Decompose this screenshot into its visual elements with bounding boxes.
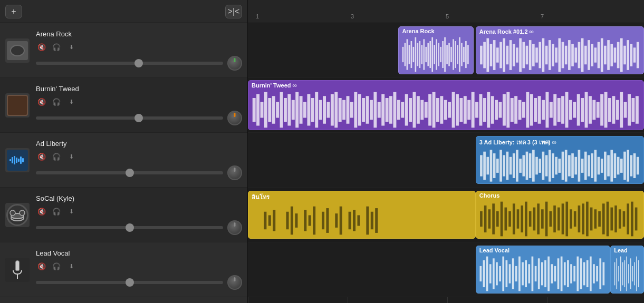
slider-thumb[interactable] [134,114,143,122]
headphones-icon[interactable]: 🎧 [51,41,62,53]
svg-rect-112 [331,94,334,126]
svg-rect-316 [505,260,507,287]
pan-knob[interactable] [227,220,242,235]
svg-rect-358 [636,257,637,291]
clip-ad-liberty[interactable]: 3 Ad Liberty: เทค 3 (3 เทค) ∞ [476,136,644,184]
svg-rect-50 [503,38,505,72]
timeline-track-lead-vocal[interactable]: Lead Vocal [248,242,644,297]
svg-rect-52 [510,40,512,70]
clip-arena-rock-1[interactable]: Arena Rock [398,26,474,74]
volume-slider[interactable] [36,116,223,120]
svg-rect-26 [434,45,436,64]
mute-icon[interactable]: 🔇 [36,96,47,107]
svg-rect-33 [449,43,450,66]
svg-rect-336 [570,264,572,284]
svg-rect-147 [467,100,470,120]
clip-chorus[interactable]: Chorus [476,191,644,239]
svg-rect-195 [493,153,496,178]
svg-rect-116 [347,96,350,124]
headphones-icon[interactable]: 🎧 [51,151,62,162]
clip-lead-vocal-1[interactable]: Lead Vocal [476,246,610,294]
pan-knob[interactable] [227,111,242,125]
clip-burnin-tweed[interactable]: Burnin' Tweed ∞ [248,80,644,130]
timeline-track-burnin-tweed[interactable]: Burnin' Tweed ∞ [248,78,644,133]
svg-rect-97 [272,96,275,124]
volume-slider[interactable] [36,226,223,229]
svg-rect-88 [627,40,629,70]
svg-rect-1 [12,157,13,163]
record-icon[interactable]: ⬇ [65,96,77,107]
svg-rect-278 [516,209,519,229]
record-icon[interactable]: ⬇ [65,41,77,53]
svg-rect-207 [532,150,535,181]
add-track-button[interactable]: + [5,5,22,18]
record-icon[interactable]: ⬇ [65,206,77,217]
track-controls: 🔇 🎧 ⬇ [36,260,242,272]
svg-rect-301 [610,208,613,231]
timeline-track-socal[interactable]: อินโทร [248,188,644,242]
timeline-track-ad-liberty[interactable]: 3 Ad Liberty: เทค 3 (3 เทค) ∞ [248,133,644,188]
svg-rect-18 [417,43,419,66]
svg-rect-324 [531,257,533,291]
record-icon[interactable]: ⬇ [65,260,77,272]
mute-icon[interactable]: 🔇 [36,151,47,162]
headphones-icon[interactable]: 🎧 [51,206,62,217]
pan-knob[interactable] [227,165,242,180]
left-panel: + >|< Arena Rock 🔇 🎧 ⬇ [0,0,248,303]
svg-rect-359 [638,260,639,287]
svg-rect-191 [480,155,483,176]
svg-rect-125 [381,94,385,126]
mic-pole [17,275,18,279]
clip-lead-vocal-2[interactable]: Lead [610,246,644,294]
svg-rect-133 [413,92,416,128]
ruler-mark-3: 3 [351,13,354,19]
svg-rect-189 [631,98,635,122]
svg-rect-36 [455,41,457,68]
pan-knob[interactable] [227,56,242,71]
slider-thumb[interactable] [126,169,134,177]
clip-waveform [476,200,643,238]
svg-rect-87 [623,46,626,65]
svg-rect-94 [261,102,264,118]
svg-rect-120 [362,98,365,122]
mute-icon[interactable]: 🔇 [36,260,47,272]
svg-rect-222 [581,159,584,173]
svg-rect-192 [483,152,486,180]
smart-controls-button[interactable]: >|< [225,5,242,18]
pan-knob[interactable] [227,275,242,290]
svg-rect-181 [600,94,603,126]
slider-thumb[interactable] [134,59,143,67]
svg-rect-77 [591,44,593,66]
svg-rect-162 [526,92,529,128]
svg-rect-86 [620,38,623,72]
slider-thumb[interactable] [126,223,134,232]
svg-rect-79 [598,42,600,69]
svg-rect-196 [496,159,499,173]
svg-rect-4 [18,159,20,162]
volume-slider[interactable] [36,62,223,65]
svg-rect-282 [533,208,535,231]
track-slider-row [36,275,242,290]
waveform-icon [9,155,25,165]
mute-icon[interactable]: 🔇 [36,206,47,217]
volume-slider[interactable] [36,171,223,174]
headphones-icon[interactable]: 🎧 [51,260,62,272]
svg-rect-155 [499,102,502,118]
record-icon[interactable]: ⬇ [65,151,77,162]
svg-rect-150 [479,94,482,126]
headphones-icon[interactable]: 🎧 [51,96,62,107]
clip-arena-rock-2[interactable]: Arena Rock #01.2 ∞ [476,26,644,74]
timeline-track-arena-rock[interactable]: Arena Rock [248,23,644,78]
svg-rect-266 [371,212,373,230]
mute-icon[interactable]: 🔇 [36,41,47,53]
svg-rect-297 [594,209,597,229]
svg-rect-187 [624,102,627,118]
svg-rect-177 [585,92,588,128]
slider-thumb[interactable] [126,278,134,287]
volume-slider[interactable] [36,281,223,284]
clip-intro[interactable]: อินโทร [248,191,476,239]
svg-rect-84 [613,47,616,62]
svg-rect-154 [495,100,498,120]
ruler-mark-1: 1 [256,13,259,19]
track-row: Ad Liberty 🔇 🎧 ⬇ [0,133,247,188]
